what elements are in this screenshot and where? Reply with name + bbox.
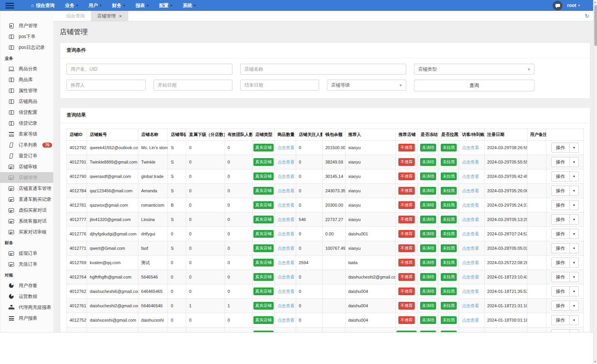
- sidebar-item-属性管理[interactable]: 属性管理: [0, 85, 53, 96]
- action-dropdown-caret[interactable]: ▼: [570, 243, 579, 253]
- sidebar-item-店铺审核[interactable]: 店铺审核: [0, 161, 53, 172]
- action-button[interactable]: 操作: [551, 258, 570, 268]
- goods-view-link[interactable]: 点击查看: [278, 160, 295, 164]
- nav-item-5[interactable]: 配置▾: [159, 2, 172, 9]
- goods-view-link[interactable]: 点击查看: [278, 260, 295, 265]
- chat-button[interactable]: [553, 1, 562, 10]
- action-button[interactable]: 操作: [551, 243, 570, 253]
- sidebar-item-用户存量[interactable]: 用户存量: [0, 280, 53, 291]
- visitors-view-link[interactable]: 点击查看: [462, 188, 479, 193]
- sidebar-item-提现订单[interactable]: 提现订单: [0, 248, 53, 259]
- sidebar-item-直通车购买记录[interactable]: 直通车购买记录: [0, 194, 53, 205]
- action-dropdown-caret[interactable]: ▼: [570, 200, 579, 210]
- action-dropdown-caret[interactable]: ▼: [570, 329, 579, 332]
- action-dropdown-caret[interactable]: ▼: [570, 315, 579, 325]
- nav-item-1[interactable]: 业务▾: [65, 2, 78, 9]
- action-dropdown-caret[interactable]: ▼: [570, 301, 579, 311]
- action-button[interactable]: 操作: [551, 315, 570, 325]
- scroll-up-icon[interactable]: ▲: [594, 0, 597, 5]
- visitors-view-link[interactable]: 点击查看: [462, 303, 479, 308]
- visitors-view-link[interactable]: 点击查看: [462, 145, 479, 150]
- action-dropdown-caret[interactable]: ▼: [570, 186, 579, 196]
- goods-view-link[interactable]: 点击查看: [278, 318, 295, 322]
- goods-view-link[interactable]: 点击查看: [278, 275, 295, 279]
- visitors-view-link[interactable]: 点击查看: [462, 174, 479, 179]
- end-date-input[interactable]: [240, 80, 319, 91]
- nav-item-4[interactable]: 报表▾: [136, 2, 149, 9]
- user-menu[interactable]: root ▾: [567, 3, 580, 8]
- sidebar-item-系统客服对话[interactable]: 系统客服对话: [0, 216, 53, 226]
- username-uid-input[interactable]: [66, 64, 232, 75]
- scrollbar[interactable]: ▲ ▼: [593, 0, 597, 364]
- visitors-view-link[interactable]: 点击查看: [462, 160, 479, 164]
- action-dropdown-caret[interactable]: ▼: [570, 214, 579, 225]
- sidebar-item-充值订单[interactable]: 充值订单: [0, 259, 53, 270]
- visitors-view-link[interactable]: 点击查看: [462, 246, 479, 251]
- action-dropdown-caret[interactable]: ▼: [570, 258, 579, 268]
- sidebar-item-pos下单[interactable]: pos下单: [0, 31, 53, 42]
- sidebar-item-店铺直通车管理[interactable]: 店铺直通车管理: [0, 183, 53, 194]
- sidebar-item-订单列表[interactable]: 订单列表70: [0, 139, 53, 150]
- visitors-view-link[interactable]: 点击查看: [462, 275, 479, 279]
- sidebar-item-用户管理[interactable]: 用户管理: [0, 20, 53, 31]
- action-button[interactable]: 操作: [551, 214, 570, 225]
- sidebar-item-代理商充提报表[interactable]: 代理商充提报表: [0, 302, 53, 313]
- goods-view-link[interactable]: 点击查看: [278, 289, 295, 294]
- shop-type-select[interactable]: 店铺类型 ∨: [414, 64, 534, 75]
- action-dropdown-caret[interactable]: ▼: [570, 286, 579, 296]
- sidebar-item-pos日志记录[interactable]: pos日志记录: [0, 42, 53, 53]
- goods-view-link[interactable]: 点击查看: [278, 174, 295, 179]
- nav-item-0[interactable]: ⌂综合查询: [31, 2, 54, 9]
- referrer-input[interactable]: [66, 80, 146, 91]
- sidebar-item-借贷配置[interactable]: 借贷配置: [0, 107, 53, 118]
- action-button[interactable]: 操作: [551, 329, 570, 332]
- sidebar-item-卖家等级[interactable]: 卖家等级: [0, 129, 53, 139]
- sidebar-item-商品库[interactable]: 商品库: [0, 74, 53, 85]
- action-button[interactable]: 操作: [551, 301, 570, 311]
- action-button[interactable]: 操作: [551, 200, 570, 210]
- action-dropdown-caret[interactable]: ▼: [570, 272, 579, 282]
- action-button[interactable]: 操作: [551, 143, 570, 153]
- sidebar-item-借贷记录[interactable]: 借贷记录: [0, 118, 53, 129]
- action-dropdown-caret[interactable]: ▼: [570, 229, 579, 239]
- sidebar-item-退货订单[interactable]: 退货订单: [0, 150, 53, 161]
- search-button[interactable]: 查询: [414, 80, 534, 91]
- nav-item-6[interactable]: 系统▾: [183, 2, 196, 9]
- refresh-icon[interactable]: ↻: [585, 11, 589, 21]
- visitors-view-link[interactable]: 点击查看: [462, 260, 479, 265]
- visitors-view-link[interactable]: 点击查看: [462, 217, 479, 222]
- sidebar-item-虚拟买家对话[interactable]: 虚拟买家对话: [0, 205, 53, 216]
- sidebar-toggle-button[interactable]: [5, 3, 17, 9]
- scroll-down-icon[interactable]: ▼: [594, 359, 597, 364]
- sidebar-item-店铺商品[interactable]: 店铺商品: [0, 96, 53, 107]
- nav-item-2[interactable]: 用户▾: [89, 2, 102, 9]
- nav-item-3[interactable]: 财务▾: [112, 2, 125, 9]
- action-button[interactable]: 操作: [551, 229, 570, 239]
- goods-view-link[interactable]: 点击查看: [278, 232, 295, 236]
- action-button[interactable]: 操作: [551, 286, 570, 296]
- close-icon[interactable]: ×: [119, 14, 122, 19]
- visitors-view-link[interactable]: 点击查看: [462, 203, 479, 207]
- goods-view-link[interactable]: 点击查看: [278, 303, 295, 308]
- visitors-view-link[interactable]: 点击查看: [462, 289, 479, 294]
- action-button[interactable]: 操作: [551, 157, 570, 167]
- goods-view-link[interactable]: 点击查看: [278, 203, 295, 207]
- goods-view-link[interactable]: 点击查看: [278, 217, 295, 222]
- tab-shop-management[interactable]: 店铺管理 ×: [91, 11, 128, 21]
- goods-view-link[interactable]: 点击查看: [278, 332, 295, 333]
- sidebar-item-买家对话审核[interactable]: 买家对话审核: [0, 226, 53, 237]
- action-button[interactable]: 操作: [551, 186, 570, 196]
- action-button[interactable]: 操作: [551, 272, 570, 282]
- action-dropdown-caret[interactable]: ▼: [570, 171, 579, 181]
- action-dropdown-caret[interactable]: ▼: [570, 143, 579, 153]
- goods-view-link[interactable]: 点击查看: [278, 145, 295, 150]
- sidebar-item-用户报表[interactable]: 用户报表: [0, 313, 53, 324]
- visitors-view-link[interactable]: 点击查看: [462, 318, 479, 322]
- action-dropdown-caret[interactable]: ▼: [570, 157, 579, 167]
- sidebar-item-店铺管理[interactable]: 店铺管理: [0, 172, 53, 183]
- goods-view-link[interactable]: 点击查看: [278, 188, 295, 193]
- sidebar-item-商品分类[interactable]: 商品分类: [0, 63, 53, 74]
- goods-view-link[interactable]: 点击查看: [278, 246, 295, 251]
- action-button[interactable]: 操作: [551, 171, 570, 181]
- shop-level-select[interactable]: 店铺等级 ∨: [327, 80, 406, 91]
